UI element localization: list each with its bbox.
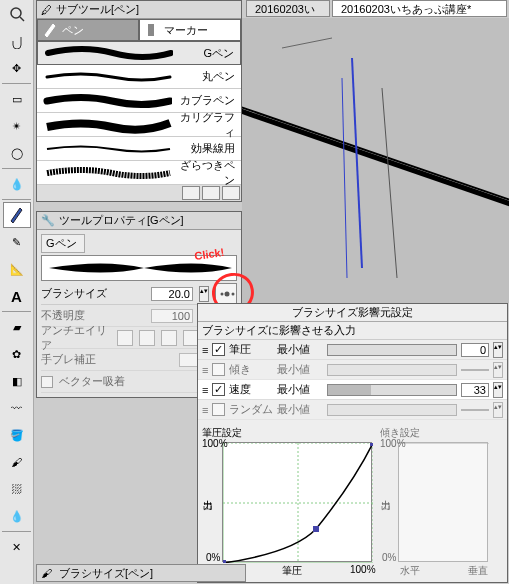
magnifier-icon[interactable]	[3, 1, 31, 27]
vector-snap-label: ベクター吸着	[59, 374, 125, 389]
svg-line-1	[20, 17, 24, 21]
min-label: 最小値	[277, 362, 323, 377]
vector-snap-checkbox[interactable]	[41, 376, 53, 388]
tilt-checkbox[interactable]	[212, 363, 225, 376]
brush2-icon[interactable]: 🖌	[3, 449, 31, 475]
tab-pen[interactable]: ペン	[37, 19, 139, 41]
brush-item-gpen[interactable]: Gペン	[37, 41, 241, 65]
velocity-slider[interactable]	[327, 384, 457, 396]
opacity-value[interactable]: 100	[151, 309, 193, 323]
y0: 0%	[382, 552, 396, 563]
ruler-icon[interactable]: 📐	[3, 256, 31, 282]
tilt-label: 傾き	[229, 362, 273, 377]
min-label: 最小値	[277, 382, 323, 397]
svg-rect-16	[370, 443, 373, 446]
eraser-icon[interactable]: ◧	[3, 368, 31, 394]
x100: 100%	[350, 564, 376, 575]
brushsize-dynamics-button[interactable]	[215, 283, 237, 305]
y0: 0%	[206, 552, 220, 563]
xlabel: 筆圧	[282, 564, 302, 578]
footer-btn-3[interactable]	[222, 186, 240, 200]
random-value[interactable]	[461, 409, 489, 411]
velocity-checkbox[interactable]	[212, 383, 225, 396]
pressure-spin[interactable]: ▴▾	[493, 342, 503, 358]
tilt-curve[interactable]	[398, 442, 488, 562]
svg-point-7	[232, 292, 235, 295]
pressure-label: 筆圧	[229, 342, 273, 357]
velocity-label: 速度	[229, 382, 273, 397]
tilt-slider[interactable]	[327, 364, 457, 376]
hand-icon[interactable]	[3, 28, 31, 54]
doc-tab-2[interactable]: 20160203いちあっぷ講座*	[332, 0, 507, 17]
text-icon[interactable]: A	[3, 283, 31, 309]
decoration-icon[interactable]: ✿	[3, 341, 31, 367]
brushsize-value[interactable]: 20.0	[151, 287, 193, 301]
pressure-checkbox[interactable]	[212, 343, 225, 356]
brush-label: Gペン	[178, 46, 240, 61]
svg-line-2	[242, 108, 509, 208]
move-icon[interactable]: ✥	[3, 55, 31, 81]
canvas-area[interactable]	[242, 18, 509, 303]
drop-icon[interactable]: 💧	[3, 503, 31, 529]
brush-label: カブラペン	[177, 93, 241, 108]
brush-item[interactable]: 丸ペン	[37, 65, 241, 89]
svg-rect-15	[313, 526, 319, 532]
aa-option[interactable]	[161, 330, 177, 346]
lasso-icon[interactable]: ◯	[3, 140, 31, 166]
min-label: 最小値	[277, 342, 323, 357]
aa-option[interactable]	[139, 330, 155, 346]
doc-tab-1[interactable]: 20160203い	[246, 0, 330, 17]
brushsize-panel-title: ブラシサイズ[ペン]	[59, 567, 153, 579]
brush-label: カリグラフィ	[177, 110, 241, 140]
tilt-spin[interactable]: ▴▾	[493, 362, 503, 378]
brushsize-label: ブラシサイズ	[41, 286, 145, 301]
correct-icon[interactable]: ✕	[3, 534, 31, 560]
velocity-spin[interactable]: ▴▾	[493, 382, 503, 398]
pressure-slider[interactable]	[327, 344, 457, 356]
svg-rect-14	[223, 560, 226, 563]
spray-icon[interactable]: ⛆	[3, 476, 31, 502]
aa-option[interactable]	[117, 330, 133, 346]
tab-marker[interactable]: マーカー	[139, 19, 241, 41]
toolprop-header[interactable]: 🔧 ツールプロパティ[Gペン]	[37, 212, 241, 230]
random-checkbox[interactable]	[212, 403, 225, 416]
pencil-icon[interactable]: ✎	[3, 229, 31, 255]
tab-marker-label: マーカー	[164, 23, 208, 38]
gpen-label: Gペン	[41, 234, 85, 253]
pressure-value[interactable]: 0	[461, 343, 489, 357]
brush-item[interactable]: カリグラフィ	[37, 113, 241, 137]
y100: 100%	[380, 438, 406, 449]
xlabel-b: 垂直	[468, 564, 488, 578]
wand-icon[interactable]: ✴	[3, 113, 31, 139]
brush-item[interactable]: ざらつきペン	[37, 161, 241, 185]
velocity-value[interactable]: 33	[461, 383, 489, 397]
fill-icon[interactable]: 🪣	[3, 422, 31, 448]
footer-btn-2[interactable]	[202, 186, 220, 200]
row-grip-icon[interactable]: ≡	[202, 344, 208, 356]
svg-point-0	[11, 8, 21, 18]
popup-title: ブラシサイズ影響元設定	[198, 304, 507, 322]
row-grip-icon[interactable]: ≡	[202, 384, 208, 396]
select-icon[interactable]: ▭	[3, 86, 31, 112]
subtool-header[interactable]: 🖊 サブツール[ペン]	[37, 1, 241, 19]
pen-tool-icon[interactable]	[3, 202, 31, 228]
popup-subtitle: ブラシサイズに影響させる入力	[198, 322, 507, 340]
brushsize-spin[interactable]: ▴▾	[199, 286, 209, 302]
stroke-preview	[41, 255, 237, 281]
gradient-icon[interactable]: ▰	[3, 314, 31, 340]
brushsize-panel-header[interactable]: 🖌 ブラシサイズ[ペン]	[36, 564, 246, 582]
pen-small-icon: 🖊	[41, 4, 52, 16]
blend-icon[interactable]: 〰	[3, 395, 31, 421]
brush-label: 丸ペン	[177, 69, 241, 84]
row-grip-icon[interactable]: ≡	[202, 404, 208, 416]
tilt-value[interactable]	[461, 369, 489, 371]
brushsize-dynamics-popup: ブラシサイズ影響元設定 ブラシサイズに影響させる入力 ≡ 筆圧 最小値 0 ▴▾…	[197, 303, 508, 583]
svg-rect-4	[148, 24, 154, 36]
eyedropper-icon[interactable]: 💧	[3, 171, 31, 197]
random-slider[interactable]	[327, 404, 457, 416]
min-label: 最小値	[277, 402, 323, 417]
random-spin[interactable]: ▴▾	[493, 402, 503, 418]
row-grip-icon[interactable]: ≡	[202, 364, 208, 376]
footer-btn-1[interactable]	[182, 186, 200, 200]
pressure-curve[interactable]	[222, 442, 372, 562]
